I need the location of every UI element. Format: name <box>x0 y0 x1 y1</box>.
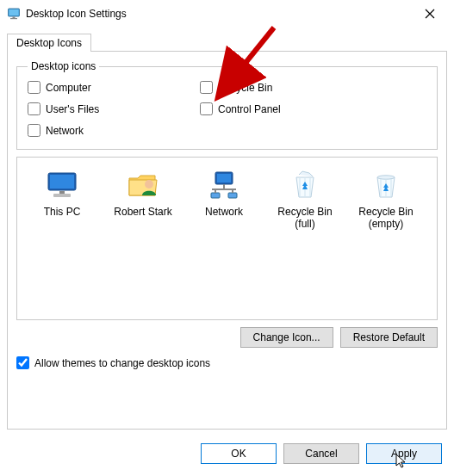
checkbox-control-panel-input[interactable] <box>200 102 213 115</box>
checkbox-users-files-label: User's Files <box>46 103 99 115</box>
monitor-icon <box>7 7 21 21</box>
checkbox-users-files-input[interactable] <box>28 102 40 115</box>
preview-recycle-full-label: Recycle Bin (full) <box>267 206 343 231</box>
checkbox-recycle-bin-label: Recycle Bin <box>218 82 272 94</box>
checkbox-control-panel-label: Control Panel <box>218 103 281 115</box>
group-legend: Desktop icons <box>28 60 99 72</box>
svg-rect-14 <box>228 193 237 198</box>
svg-rect-15 <box>215 189 216 193</box>
checkbox-network-input[interactable] <box>28 124 40 137</box>
checkbox-network-label: Network <box>46 125 84 137</box>
preview-network-label: Network <box>186 206 262 218</box>
preview-user-folder-label: Robert Stark <box>105 206 181 218</box>
close-button[interactable] <box>413 2 447 26</box>
svg-point-17 <box>377 176 395 179</box>
restore-default-button[interactable]: Restore Default <box>340 327 438 348</box>
preview-recycle-empty[interactable]: Recycle Bin (empty) <box>348 168 424 231</box>
cancel-button[interactable]: Cancel <box>283 443 359 464</box>
recycle-bin-full-icon <box>284 168 326 202</box>
allow-themes-checkbox[interactable]: Allow themes to change desktop icons <box>16 356 438 369</box>
allow-themes-checkbox-input[interactable] <box>16 356 29 369</box>
svg-rect-11 <box>223 184 225 189</box>
recycle-bin-empty-icon <box>365 168 407 202</box>
preview-this-pc[interactable]: This PC <box>24 168 100 218</box>
user-folder-icon <box>122 168 164 202</box>
svg-rect-1 <box>9 9 19 15</box>
network-icon <box>203 168 245 202</box>
svg-rect-2 <box>13 17 16 19</box>
svg-rect-5 <box>50 175 74 189</box>
apply-button[interactable]: Apply <box>366 443 442 464</box>
checkbox-users-files[interactable]: User's Files <box>28 102 200 115</box>
checkbox-recycle-bin-input[interactable] <box>200 81 213 94</box>
svg-rect-13 <box>211 193 220 198</box>
checkbox-network[interactable]: Network <box>28 124 200 137</box>
preview-recycle-empty-label: Recycle Bin (empty) <box>348 206 424 231</box>
ok-button[interactable]: OK <box>201 443 277 464</box>
allow-themes-label: Allow themes to change desktop icons <box>34 357 210 369</box>
svg-rect-3 <box>10 18 17 19</box>
checkbox-control-panel[interactable]: Control Panel <box>200 102 372 115</box>
svg-rect-6 <box>59 191 65 194</box>
preview-network[interactable]: Network <box>186 168 262 218</box>
checkbox-computer-input[interactable] <box>28 81 40 94</box>
window-title: Desktop Icon Settings <box>26 8 127 20</box>
preview-user-folder[interactable]: Robert Stark <box>105 168 181 218</box>
desktop-icons-group: Desktop icons Computer Recycle Bin User'… <box>16 60 438 150</box>
icon-preview-list[interactable]: This PC Robert Stark <box>16 157 438 320</box>
checkbox-computer[interactable]: Computer <box>28 81 200 94</box>
preview-recycle-full[interactable]: Recycle Bin (full) <box>267 168 343 231</box>
svg-rect-10 <box>217 174 231 182</box>
checkbox-computer-label: Computer <box>46 82 91 94</box>
tab-strip: Desktop Icons Desktop icons Computer Rec… <box>0 33 454 430</box>
svg-rect-7 <box>53 194 71 197</box>
svg-point-8 <box>145 180 153 189</box>
tab-desktop-icons[interactable]: Desktop Icons <box>7 34 91 52</box>
dialog-buttons: OK Cancel Apply <box>201 443 442 464</box>
preview-this-pc-label: This PC <box>24 206 100 218</box>
titlebar: Desktop Icon Settings <box>0 0 454 28</box>
svg-rect-16 <box>232 189 233 193</box>
checkbox-recycle-bin[interactable]: Recycle Bin <box>200 81 372 94</box>
tab-pane: Desktop icons Computer Recycle Bin User'… <box>7 51 447 430</box>
change-icon-button[interactable]: Change Icon... <box>240 327 333 348</box>
this-pc-icon <box>41 168 83 202</box>
